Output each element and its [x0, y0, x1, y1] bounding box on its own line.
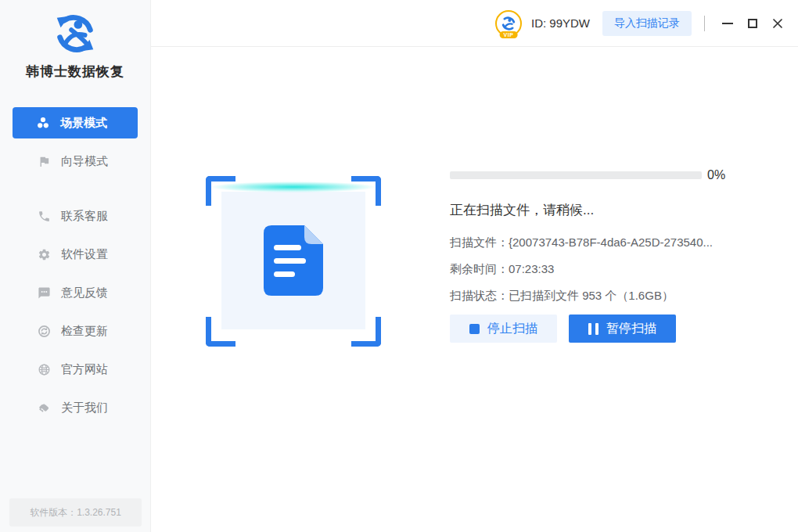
app-window: 韩博士数据恢复 场景模式 向导模式 联系客服	[0, 0, 798, 532]
stop-icon	[469, 324, 480, 334]
scan-status-title: 正在扫描文件，请稍候...	[450, 201, 778, 219]
detail-value: {20073743-B78F-4da6-A25D-273540...	[509, 235, 713, 249]
scan-actions: 停止扫描 暂停扫描	[450, 315, 778, 343]
stop-scan-button[interactable]: 停止扫描	[450, 315, 557, 343]
detail-scan-file: 扫描文件：{20073743-B78F-4da6-A25D-273540...	[450, 235, 778, 250]
sidebar-item-label: 检查更新	[61, 324, 108, 339]
scan-info: 0% 正在扫描文件，请稍候... 扫描文件：{20073743-B78F-4da…	[450, 168, 778, 343]
progress-bar	[450, 171, 702, 179]
progress-row: 0%	[450, 168, 778, 182]
detail-value: 已扫描到文件 953 个（1.6GB）	[509, 289, 674, 302]
globe-icon	[37, 363, 51, 377]
wizard-flag-icon	[37, 155, 51, 169]
recovery-logo-icon	[51, 9, 99, 58]
detail-label: 扫描状态：	[450, 289, 509, 302]
sidebar-item-scene-mode[interactable]: 场景模式	[13, 107, 138, 138]
scan-target-box	[221, 192, 365, 329]
handshake-icon	[37, 401, 51, 415]
detail-label: 扫描文件：	[450, 235, 509, 249]
sidebar-item-wizard-mode[interactable]: 向导模式	[0, 142, 150, 181]
document-icon	[264, 225, 323, 296]
sidebar-item-label: 向导模式	[61, 154, 108, 169]
close-icon	[772, 18, 783, 29]
sidebar-item-contact-support[interactable]: 联系客服	[0, 197, 150, 235]
stop-scan-label: 停止扫描	[487, 321, 537, 337]
sidebar-item-label: 意见反馈	[61, 286, 108, 300]
update-icon	[37, 325, 51, 339]
maximize-icon	[748, 19, 757, 28]
detail-value: 07:23:33	[509, 262, 554, 275]
nav-group-divider	[0, 181, 150, 197]
feedback-bubble-icon	[37, 286, 51, 300]
sidebar-item-official-website[interactable]: 官方网站	[0, 350, 150, 389]
minimize-icon	[722, 23, 733, 24]
progress-percent: 0%	[707, 168, 725, 182]
scan-animation	[206, 176, 381, 347]
sidebar-item-check-updates[interactable]: 检查更新	[0, 312, 150, 350]
titlebar-divider	[704, 16, 705, 31]
gear-icon	[37, 248, 51, 262]
sidebar-item-settings[interactable]: 软件设置	[0, 235, 150, 274]
window-controls	[717, 13, 788, 34]
sidebar: 韩博士数据恢复 场景模式 向导模式 联系客服	[0, 0, 151, 532]
sidebar-item-label: 场景模式	[60, 116, 107, 131]
scene-mode-icon	[36, 116, 50, 130]
detail-time-remaining: 剩余时间：07:23:33	[450, 261, 778, 277]
pause-scan-button[interactable]: 暂停扫描	[569, 315, 676, 343]
scan-details: 扫描文件：{20073743-B78F-4da6-A25D-273540... …	[450, 235, 778, 304]
version-badge: 软件版本：1.3.26.751	[9, 498, 142, 527]
sidebar-item-about-us[interactable]: 关于我们	[0, 389, 150, 427]
scan-page: 0% 正在扫描文件，请稍候... 扫描文件：{20073743-B78F-4da…	[151, 47, 798, 532]
sidebar-item-feedback[interactable]: 意见反馈	[0, 274, 150, 312]
minimize-button[interactable]	[717, 13, 738, 34]
maximize-button[interactable]	[742, 13, 763, 34]
close-button[interactable]	[767, 13, 788, 34]
logo-area: 韩博士数据恢复	[0, 0, 150, 103]
detail-label: 剩余时间：	[450, 262, 509, 275]
pause-scan-label: 暂停扫描	[606, 321, 656, 337]
titlebar: VIP ID: 99YDW 导入扫描记录	[151, 0, 798, 47]
import-scan-records-button[interactable]: 导入扫描记录	[602, 11, 692, 36]
sidebar-item-label: 软件设置	[61, 247, 108, 262]
sidebar-item-label: 官方网站	[61, 362, 108, 377]
user-id: ID: 99YDW	[531, 16, 590, 30]
detail-scan-state: 扫描状态：已扫描到文件 953 个（1.6GB）	[450, 288, 778, 304]
sidebar-item-label: 联系客服	[61, 209, 108, 224]
vip-badge: VIP	[500, 31, 518, 38]
phone-icon	[37, 210, 51, 224]
main-area: VIP ID: 99YDW 导入扫描记录	[151, 0, 798, 532]
avatar[interactable]: VIP	[495, 10, 522, 37]
avatar-logo-icon	[500, 15, 517, 32]
app-title: 韩博士数据恢复	[0, 63, 150, 81]
sidebar-nav: 场景模式 向导模式 联系客服 软件设置	[0, 107, 150, 427]
scan-line-glow	[210, 182, 376, 192]
pause-icon	[588, 323, 598, 335]
sidebar-item-label: 关于我们	[61, 401, 108, 415]
